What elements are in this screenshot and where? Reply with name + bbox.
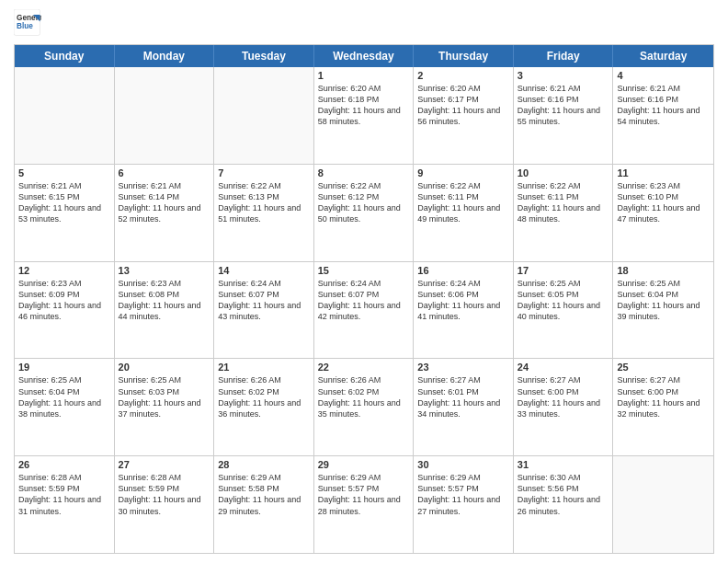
day-number: 20 — [119, 362, 210, 373]
header: General Blue — [14, 9, 714, 37]
cell-info: Sunrise: 6:25 AM Sunset: 6:03 PM Dayligh… — [119, 374, 210, 419]
cell-info: Sunrise: 6:25 AM Sunset: 6:04 PM Dayligh… — [617, 278, 710, 323]
cell-info: Sunrise: 6:25 AM Sunset: 6:04 PM Dayligh… — [18, 374, 110, 419]
calendar-cell: 22Sunrise: 6:26 AM Sunset: 6:02 PM Dayli… — [314, 359, 415, 455]
cell-info: Sunrise: 6:21 AM Sunset: 6:16 PM Dayligh… — [518, 83, 609, 128]
day-number: 24 — [518, 362, 609, 373]
page: General Blue Sunday Monday Tuesday Wedne… — [0, 0, 728, 563]
calendar-cell: 19Sunrise: 6:25 AM Sunset: 6:04 PM Dayli… — [15, 359, 115, 455]
calendar-cell: 21Sunrise: 6:26 AM Sunset: 6:02 PM Dayli… — [214, 359, 314, 455]
day-number: 7 — [218, 167, 310, 178]
calendar-header: Sunday Monday Tuesday Wednesday Thursday… — [15, 45, 713, 67]
calendar-cell: 9Sunrise: 6:22 AM Sunset: 6:11 PM Daylig… — [414, 165, 514, 261]
calendar-cell: 17Sunrise: 6:25 AM Sunset: 6:05 PM Dayli… — [514, 262, 614, 359]
calendar-cell: 27Sunrise: 6:28 AM Sunset: 5:59 PM Dayli… — [115, 456, 215, 553]
day-number: 1 — [318, 70, 410, 81]
cell-info: Sunrise: 6:21 AM Sunset: 6:16 PM Dayligh… — [617, 83, 710, 128]
day-number: 18 — [617, 265, 710, 276]
day-number: 30 — [417, 459, 509, 470]
svg-text:Blue: Blue — [17, 22, 33, 30]
cell-info: Sunrise: 6:26 AM Sunset: 6:02 PM Dayligh… — [318, 374, 410, 419]
calendar-cell — [15, 67, 115, 164]
cell-info: Sunrise: 6:28 AM Sunset: 5:59 PM Dayligh… — [18, 472, 110, 517]
cell-info: Sunrise: 6:29 AM Sunset: 5:58 PM Dayligh… — [218, 472, 310, 517]
calendar-cell: 1Sunrise: 6:20 AM Sunset: 6:18 PM Daylig… — [314, 67, 415, 164]
calendar-cell: 28Sunrise: 6:29 AM Sunset: 5:58 PM Dayli… — [214, 456, 314, 553]
day-number: 5 — [18, 167, 110, 178]
cell-info: Sunrise: 6:24 AM Sunset: 6:06 PM Dayligh… — [417, 278, 509, 323]
day-number: 10 — [518, 167, 609, 178]
cell-info: Sunrise: 6:27 AM Sunset: 6:00 PM Dayligh… — [617, 374, 710, 419]
calendar-cell: 11Sunrise: 6:23 AM Sunset: 6:10 PM Dayli… — [613, 165, 713, 261]
calendar-cell: 13Sunrise: 6:23 AM Sunset: 6:08 PM Dayli… — [115, 262, 215, 359]
cell-info: Sunrise: 6:27 AM Sunset: 6:01 PM Dayligh… — [417, 374, 509, 419]
cell-info: Sunrise: 6:20 AM Sunset: 6:18 PM Dayligh… — [318, 83, 410, 128]
logo-icon: General Blue — [14, 9, 41, 37]
cell-info: Sunrise: 6:24 AM Sunset: 6:07 PM Dayligh… — [218, 278, 310, 323]
calendar-row-1: 1Sunrise: 6:20 AM Sunset: 6:18 PM Daylig… — [15, 67, 713, 165]
calendar-cell: 8Sunrise: 6:22 AM Sunset: 6:12 PM Daylig… — [314, 165, 415, 261]
calendar-cell: 3Sunrise: 6:21 AM Sunset: 6:16 PM Daylig… — [514, 67, 614, 164]
calendar-cell: 29Sunrise: 6:29 AM Sunset: 5:57 PM Dayli… — [314, 456, 415, 553]
day-number: 15 — [318, 265, 410, 276]
header-thursday: Thursday — [414, 45, 514, 67]
cell-info: Sunrise: 6:30 AM Sunset: 5:56 PM Dayligh… — [518, 472, 609, 517]
cell-info: Sunrise: 6:22 AM Sunset: 6:11 PM Dayligh… — [518, 180, 609, 225]
calendar-cell: 23Sunrise: 6:27 AM Sunset: 6:01 PM Dayli… — [414, 359, 514, 455]
cell-info: Sunrise: 6:26 AM Sunset: 6:02 PM Dayligh… — [218, 374, 310, 419]
day-number: 12 — [18, 265, 110, 276]
calendar-cell: 20Sunrise: 6:25 AM Sunset: 6:03 PM Dayli… — [115, 359, 215, 455]
day-number: 19 — [18, 362, 110, 373]
cell-info: Sunrise: 6:23 AM Sunset: 6:10 PM Dayligh… — [617, 180, 710, 225]
day-number: 3 — [518, 70, 609, 81]
cell-info: Sunrise: 6:23 AM Sunset: 6:09 PM Dayligh… — [18, 278, 110, 323]
day-number: 28 — [218, 459, 310, 470]
day-number: 9 — [417, 167, 509, 178]
header-saturday: Saturday — [613, 45, 713, 67]
calendar-cell — [214, 67, 314, 164]
cell-info: Sunrise: 6:20 AM Sunset: 6:17 PM Dayligh… — [417, 83, 509, 128]
header-friday: Friday — [514, 45, 614, 67]
calendar-cell: 14Sunrise: 6:24 AM Sunset: 6:07 PM Dayli… — [214, 262, 314, 359]
calendar-cell: 15Sunrise: 6:24 AM Sunset: 6:07 PM Dayli… — [314, 262, 415, 359]
cell-info: Sunrise: 6:21 AM Sunset: 6:14 PM Dayligh… — [119, 180, 210, 225]
calendar-row-5: 26Sunrise: 6:28 AM Sunset: 5:59 PM Dayli… — [15, 456, 713, 553]
calendar: Sunday Monday Tuesday Wednesday Thursday… — [14, 44, 714, 554]
day-number: 21 — [218, 362, 310, 373]
header-wednesday: Wednesday — [314, 45, 415, 67]
day-number: 14 — [218, 265, 310, 276]
cell-info: Sunrise: 6:29 AM Sunset: 5:57 PM Dayligh… — [318, 472, 410, 517]
calendar-cell: 5Sunrise: 6:21 AM Sunset: 6:15 PM Daylig… — [15, 165, 115, 261]
cell-info: Sunrise: 6:27 AM Sunset: 6:00 PM Dayligh… — [518, 374, 609, 419]
day-number: 11 — [617, 167, 710, 178]
cell-info: Sunrise: 6:29 AM Sunset: 5:57 PM Dayligh… — [417, 472, 509, 517]
day-number: 31 — [518, 459, 609, 470]
calendar-cell: 24Sunrise: 6:27 AM Sunset: 6:00 PM Dayli… — [514, 359, 614, 455]
cell-info: Sunrise: 6:28 AM Sunset: 5:59 PM Dayligh… — [119, 472, 210, 517]
calendar-body: 1Sunrise: 6:20 AM Sunset: 6:18 PM Daylig… — [15, 67, 713, 553]
calendar-cell — [115, 67, 215, 164]
calendar-cell: 12Sunrise: 6:23 AM Sunset: 6:09 PM Dayli… — [15, 262, 115, 359]
day-number: 13 — [119, 265, 210, 276]
cell-info: Sunrise: 6:23 AM Sunset: 6:08 PM Dayligh… — [119, 278, 210, 323]
calendar-cell: 30Sunrise: 6:29 AM Sunset: 5:57 PM Dayli… — [414, 456, 514, 553]
calendar-cell: 2Sunrise: 6:20 AM Sunset: 6:17 PM Daylig… — [414, 67, 514, 164]
calendar-cell: 25Sunrise: 6:27 AM Sunset: 6:00 PM Dayli… — [613, 359, 713, 455]
day-number: 8 — [318, 167, 410, 178]
cell-info: Sunrise: 6:22 AM Sunset: 6:12 PM Dayligh… — [318, 180, 410, 225]
day-number: 2 — [417, 70, 509, 81]
calendar-cell: 4Sunrise: 6:21 AM Sunset: 6:16 PM Daylig… — [613, 67, 713, 164]
calendar-cell: 10Sunrise: 6:22 AM Sunset: 6:11 PM Dayli… — [514, 165, 614, 261]
calendar-cell: 16Sunrise: 6:24 AM Sunset: 6:06 PM Dayli… — [414, 262, 514, 359]
logo: General Blue — [14, 9, 41, 37]
cell-info: Sunrise: 6:21 AM Sunset: 6:15 PM Dayligh… — [18, 180, 110, 225]
calendar-row-4: 19Sunrise: 6:25 AM Sunset: 6:04 PM Dayli… — [15, 359, 713, 456]
calendar-row-3: 12Sunrise: 6:23 AM Sunset: 6:09 PM Dayli… — [15, 262, 713, 360]
calendar-cell: 18Sunrise: 6:25 AM Sunset: 6:04 PM Dayli… — [613, 262, 713, 359]
day-number: 27 — [119, 459, 210, 470]
cell-info: Sunrise: 6:25 AM Sunset: 6:05 PM Dayligh… — [518, 278, 609, 323]
calendar-row-2: 5Sunrise: 6:21 AM Sunset: 6:15 PM Daylig… — [15, 165, 713, 262]
header-tuesday: Tuesday — [214, 45, 314, 67]
day-number: 26 — [18, 459, 110, 470]
cell-info: Sunrise: 6:22 AM Sunset: 6:13 PM Dayligh… — [218, 180, 310, 225]
